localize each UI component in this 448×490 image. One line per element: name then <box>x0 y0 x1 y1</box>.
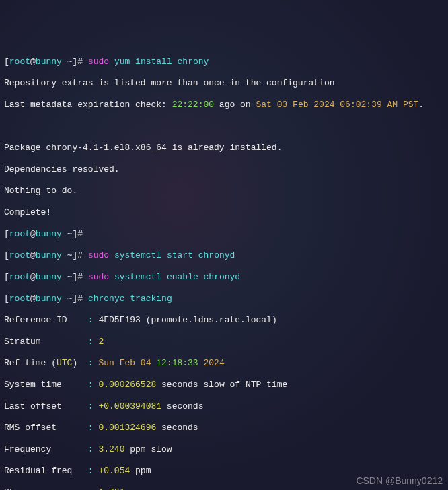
repo-warning: Repository extras is listed more than on… <box>4 78 444 89</box>
package-status: Package chrony-4.1-1.el8.x86_64 is alrea… <box>4 143 444 153</box>
terminal-output: [root@bunny ~]# sudo yum install chrony … <box>4 46 444 490</box>
watermark: CSDN @Bunny0212 <box>356 475 443 486</box>
